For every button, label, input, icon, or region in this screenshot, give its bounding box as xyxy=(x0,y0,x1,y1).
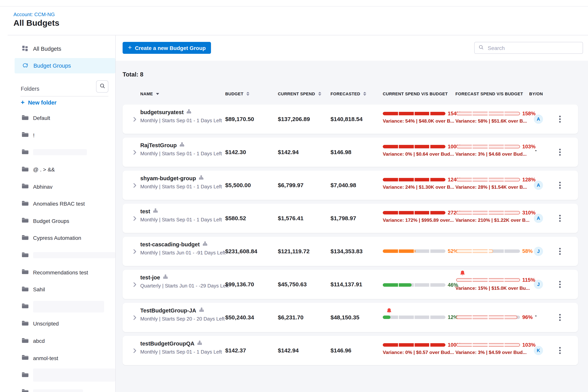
search-box[interactable] xyxy=(474,42,583,54)
budget-group-row[interactable]: TestBudgetGroup-JA Monthly | Starts Sep … xyxy=(122,303,578,332)
budget-period: Monthly | Starts Sep 20 - 20 Days Left xyxy=(140,316,225,322)
folder-name-redacted xyxy=(33,252,115,258)
sidebar-folder-item[interactable]: Sahil xyxy=(8,281,115,298)
owner-avatar: A xyxy=(534,114,543,124)
budget-period: Monthly | Starts Sep 01 - 1 Days Left xyxy=(140,151,222,156)
sidebar-folder-item[interactable]: @ . > && xyxy=(8,161,115,178)
new-folder-button[interactable]: + New folder xyxy=(21,100,56,106)
row-menu-button[interactable] xyxy=(557,280,563,289)
sidebar-folder-item[interactable]: Budget Groups xyxy=(8,212,115,230)
sidebar-folder-item[interactable] xyxy=(8,247,115,264)
sidebar-item-budget-groups[interactable]: Budget Groups xyxy=(14,58,115,74)
budget-group-row[interactable]: test Monthly | Starts Sep 01 - 1 Days Le… xyxy=(122,204,578,233)
main-panel: + Create a new Budget Group Total: 8 NAM… xyxy=(116,35,588,392)
budget-period: Monthly | Starts Sep 01 - 1 Days Left xyxy=(140,349,222,355)
folder-icon xyxy=(22,303,29,310)
folder-name: Default xyxy=(33,115,50,121)
expand-chevron-icon[interactable] xyxy=(132,150,137,155)
page-header: Account: CCM-NG All Budgets xyxy=(8,6,588,35)
budget-group-name[interactable]: TestBudgetGroup-JA xyxy=(140,308,196,314)
forecasted-amount: $114,137.91 xyxy=(330,281,362,288)
budget-group-name[interactable]: test-joe xyxy=(140,274,160,280)
progress-track xyxy=(456,112,520,115)
current-spend-amount: $142.94 xyxy=(278,347,298,354)
budget-group-name[interactable]: shyam-budget-group xyxy=(140,175,196,182)
row-menu-button[interactable] xyxy=(557,148,563,157)
budget-group-name[interactable]: RajTestGroup xyxy=(140,142,177,148)
create-budget-group-button[interactable]: + Create a new Budget Group xyxy=(122,42,211,54)
row-menu-button[interactable] xyxy=(557,247,563,256)
folder-search-button[interactable] xyxy=(96,80,108,92)
expand-chevron-icon[interactable] xyxy=(132,216,137,221)
progress-track xyxy=(456,343,520,346)
owner-avatar: J xyxy=(534,280,543,289)
owner-avatar: A xyxy=(534,181,543,190)
budget-group-row[interactable]: test-joe Quarterly | Starts Jun 01 - -29… xyxy=(122,270,578,299)
budget-group-name[interactable]: testBudgetGroupQA xyxy=(140,340,194,347)
sidebar-folder-item[interactable] xyxy=(8,367,115,384)
sidebar-folder-item[interactable] xyxy=(8,384,115,392)
budget-group-name[interactable]: test-cascading-budget xyxy=(140,241,200,248)
budget-group-row[interactable]: testBudgetGroupQA Monthly | Starts Sep 0… xyxy=(122,336,578,365)
progress-track xyxy=(456,249,520,253)
name-line: testBudgetGroupQA xyxy=(140,340,202,347)
row-menu-button[interactable] xyxy=(557,214,563,223)
sidebar-folder-item[interactable]: abcd xyxy=(8,332,115,349)
alert-bell-icon xyxy=(386,308,392,314)
budget-group-row[interactable]: RajTestGroup Monthly | Starts Sep 01 - 1… xyxy=(122,138,578,167)
forecast-vs-budget-bar: 158% xyxy=(456,110,536,117)
sidebar-folder-item[interactable] xyxy=(8,298,115,315)
row-menu-button[interactable] xyxy=(557,114,563,124)
progress-fill xyxy=(383,283,412,286)
sidebar-folder-item[interactable]: anmol-test xyxy=(8,350,115,367)
expand-chevron-icon[interactable] xyxy=(132,282,137,287)
folder-icon xyxy=(22,286,29,293)
budget-period: Quarterly | Starts Jun 01 - -29 Days Lef… xyxy=(140,283,228,288)
folder-icon xyxy=(22,372,29,379)
expand-chevron-icon[interactable] xyxy=(132,348,137,353)
budget-group-row[interactable]: shyam-budget-group Monthly | Starts Sep … xyxy=(122,171,578,200)
app-window: Account: CCM-NG All Budgets All Budgets … xyxy=(0,0,588,392)
current-spend-amount: $137,206.89 xyxy=(278,116,310,122)
sidebar-item-all-budgets[interactable]: All Budgets xyxy=(14,41,115,56)
sidebar-folder-item[interactable]: Cypress Automation xyxy=(8,230,115,246)
expand-chevron-icon[interactable] xyxy=(132,249,137,254)
row-menu-button[interactable] xyxy=(557,313,563,322)
progress-fill xyxy=(456,315,518,319)
progress-track xyxy=(456,278,520,282)
owner-avatar: K xyxy=(534,346,543,355)
expand-chevron-icon[interactable] xyxy=(132,116,137,122)
sidebar-folder-item[interactable]: Unscripted xyxy=(8,315,115,332)
sidebar-folder-item[interactable]: ! xyxy=(8,127,115,144)
budget-group-row[interactable]: test-cascading-budget Monthly | Starts J… xyxy=(122,237,578,266)
sidebar-folder-item[interactable]: Anomalies RBAC test xyxy=(8,195,115,212)
progress-track xyxy=(456,211,520,214)
breadcrumb-account-link[interactable]: Account: CCM-NG xyxy=(14,12,55,17)
sidebar-folder-item[interactable]: Abhinav xyxy=(8,178,115,195)
name-line: test xyxy=(140,208,158,215)
sidebar-folder-item[interactable] xyxy=(8,144,115,161)
budget-group-row[interactable]: budgetsuryatest Monthly | Starts Sep 01 … xyxy=(122,104,578,134)
expand-chevron-icon[interactable] xyxy=(132,315,137,320)
name-line: test-joe xyxy=(140,274,168,281)
forecast-vs-budget-percent: 158% xyxy=(522,110,536,116)
sidebar: All Budgets Budget Groups Folders + New … xyxy=(8,35,116,392)
row-menu-button[interactable] xyxy=(557,346,563,355)
forecast-vs-budget-percent: 310% xyxy=(522,210,536,216)
forecast-vs-budget-bar: 115% xyxy=(456,276,535,284)
search-input[interactable] xyxy=(487,44,579,51)
row-menu-button[interactable] xyxy=(557,181,563,190)
owner-avatar: - xyxy=(535,312,537,318)
folder-name: @ . > && xyxy=(33,166,55,172)
folder-name: abcd xyxy=(33,338,45,344)
hierarchy-icon xyxy=(180,142,184,149)
expand-chevron-icon[interactable] xyxy=(132,182,137,188)
folder-name: ! xyxy=(33,132,34,138)
budget-group-name[interactable]: budgetsuryatest xyxy=(140,109,184,115)
sidebar-folder-item[interactable]: Recommendations test xyxy=(8,264,115,281)
budget-period: Monthly | Starts Sep 01 - 1 Days Left xyxy=(140,118,222,123)
sidebar-folder-item[interactable]: Default xyxy=(8,110,115,127)
budget-group-name[interactable]: test xyxy=(140,208,150,214)
budget-period: Monthly | Starts Jun 01 - -91 Days Left xyxy=(140,250,226,256)
hierarchy-icon xyxy=(202,241,207,248)
